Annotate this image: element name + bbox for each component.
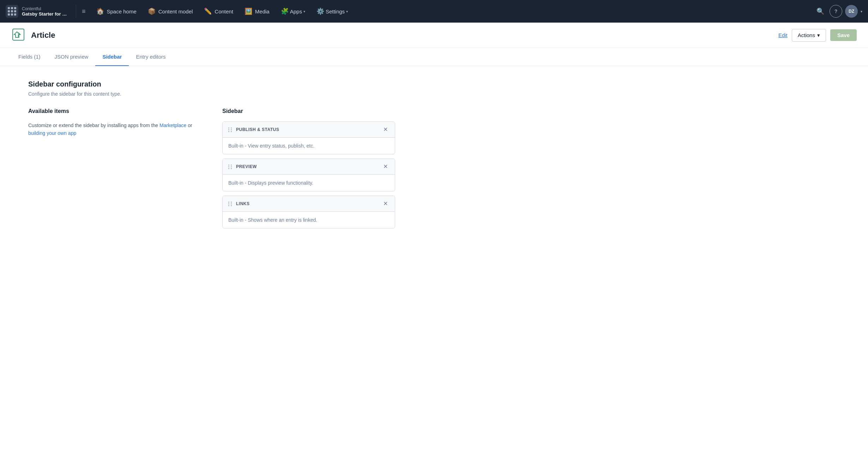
top-navigation: Contentful Gatsby Starter for Con... ≡ 🏠… [0,0,868,23]
avatar[interactable]: DZ [845,5,858,18]
header-actions: Edit Actions ▾ Save [778,29,857,42]
tab-sidebar[interactable]: Sidebar [95,48,129,66]
nav-label-content: Content [215,8,233,14]
nav-label-space-home: Space home [107,8,137,14]
page-title: Article [31,31,773,40]
close-links-button[interactable]: ✕ [382,200,389,207]
content-type-icon [11,28,25,43]
help-button[interactable]: ? [830,5,842,18]
nav-item-apps[interactable]: 🧩 Apps ▾ [276,5,310,18]
desc-or: or [186,123,192,128]
hamburger-menu[interactable]: ≡ [76,8,91,15]
nav-right: 🔍 ? DZ ▾ [814,5,862,18]
nav-label-settings: Settings [326,8,345,14]
logo-text: Contentful Gatsby Starter for Con... [22,6,68,17]
sidebar-item-preview-header: PREVIEW ✕ [223,159,395,175]
nav-item-space-home[interactable]: 🏠 Space home [91,5,141,18]
available-items-title: Available items [28,108,201,114]
section-title: Sidebar configuration [28,80,395,88]
main-content: Sidebar configuration Configure the side… [0,66,423,243]
tab-fields[interactable]: Fields (1) [11,48,48,66]
marketplace-link[interactable]: Marketplace [159,123,186,128]
sidebar-item-publish-status: PUBLISH & STATUS ✕ Built-in - View entry… [222,121,395,154]
home-icon: 🏠 [96,7,104,15]
sidebar-col: Sidebar PUBLISH & STATUS ✕ [222,108,395,228]
tab-entry-editors[interactable]: Entry editors [129,48,173,66]
sidebar-item-left-links: LINKS [228,201,250,206]
settings-dropdown-arrow: ▾ [346,10,348,13]
section-desc: Configure the sidebar for this content t… [28,91,395,97]
sidebar-item-links-header: LINKS ✕ [223,196,395,212]
building-link[interactable]: building your own app [28,130,76,136]
sidebar-item-preview-body: Built-in - Displays preview functionalit… [223,175,395,191]
nav-item-content[interactable]: ✏️ Content [199,5,238,18]
sidebar-item-preview: PREVIEW ✕ Built-in - Displays preview fu… [222,159,395,191]
sidebar-item-links-desc: Built-in - Shows where an entry is linke… [228,217,317,223]
actions-dropdown-arrow: ▾ [817,32,820,38]
desc-prefix: Customize or extend the sidebar by insta… [28,123,159,128]
nav-item-settings[interactable]: ⚙️ Settings ▾ [312,5,353,18]
sidebar-item-publish-status-header: PUBLISH & STATUS ✕ [223,122,395,138]
nav-label-content-model: Content model [158,8,193,14]
page-header: Article Edit Actions ▾ Save [0,23,868,48]
sidebar-item-preview-desc: Built-in - Displays preview functionalit… [228,180,313,186]
media-icon: 🖼️ [245,7,252,15]
apps-icon: 🧩 [281,7,289,15]
sidebar-items-list: PUBLISH & STATUS ✕ Built-in - View entry… [222,121,395,228]
drag-handle-links[interactable] [228,202,233,206]
edit-link[interactable]: Edit [778,32,788,38]
sidebar-col-title: Sidebar [222,108,395,114]
apps-dropdown-arrow: ▾ [303,10,305,13]
tabs-bar: Fields (1) JSON preview Sidebar Entry ed… [0,48,868,66]
nav-label-media: Media [255,8,270,14]
close-publish-status-button[interactable]: ✕ [382,126,389,133]
nav-item-media[interactable]: 🖼️ Media [240,5,275,18]
sidebar-item-left-preview: PREVIEW [228,164,257,169]
tab-json-preview[interactable]: JSON preview [48,48,96,66]
space-name: Gatsby Starter for Con... [22,11,68,17]
company-name: Contentful [22,6,68,11]
sidebar-item-publish-status-desc: Built-in - View entry status, publish, e… [228,143,314,149]
content-model-icon: 📦 [148,7,156,15]
sidebar-item-publish-status-name: PUBLISH & STATUS [236,127,279,132]
close-preview-button[interactable]: ✕ [382,163,389,170]
nav-item-content-model[interactable]: 📦 Content model [143,5,198,18]
sidebar-item-links: LINKS ✕ Built-in - Shows where an entry … [222,196,395,228]
actions-label: Actions [798,32,815,38]
logo-area: Contentful Gatsby Starter for Con... [6,5,76,18]
nav-label-apps: Apps [290,8,302,14]
nav-items: 🏠 Space home 📦 Content model ✏️ Content … [91,5,814,18]
drag-handle-publish-status[interactable] [228,127,233,132]
sidebar-item-links-body: Built-in - Shows where an entry is linke… [223,212,395,228]
available-items-col: Available items Customize or extend the … [28,108,201,228]
drag-handle-preview[interactable] [228,165,233,169]
sidebar-item-links-name: LINKS [236,201,250,206]
avatar-initials: DZ [849,9,854,14]
app-logo [6,5,18,18]
avatar-dropdown-arrow: ▾ [861,10,862,13]
save-button[interactable]: Save [830,29,857,41]
actions-button[interactable]: Actions ▾ [792,29,826,42]
content-icon: ✏️ [204,7,212,15]
sidebar-item-left: PUBLISH & STATUS [228,127,279,132]
two-col-layout: Available items Customize or extend the … [28,108,395,228]
sidebar-item-preview-name: PREVIEW [236,164,257,169]
sidebar-item-publish-status-body: Built-in - View entry status, publish, e… [223,138,395,154]
settings-icon: ⚙️ [317,7,324,15]
search-button[interactable]: 🔍 [814,5,827,18]
available-items-desc: Customize or extend the sidebar by insta… [28,121,201,137]
